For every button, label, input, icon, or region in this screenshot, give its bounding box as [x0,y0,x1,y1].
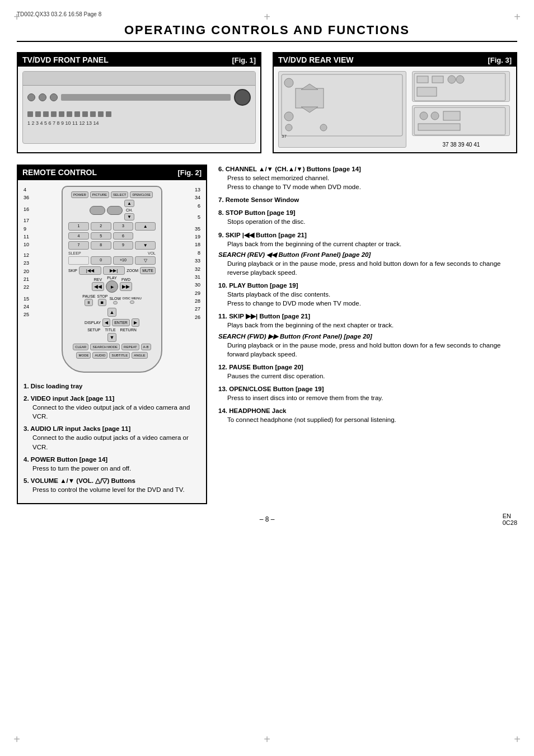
desc-11-number: 11. [218,313,229,320]
left-item-2-text: Connect to the video output jack of a vi… [32,403,200,421]
desc-9-line1: Plays back from the beginning of the cur… [227,240,517,248]
spacer [85,251,144,255]
fwd-btn[interactable]: ▶▶ [120,282,132,291]
desc-6-title: CHANNEL ▲/▼ (CH.▲/▼) Buttons [page 14] [226,166,361,172]
up-arrow-btn[interactable]: ▲ [107,308,117,317]
slow-label: SLOW [109,297,121,300]
power-btn[interactable]: POWER [71,191,88,198]
disc-menu-btn[interactable] [130,300,134,304]
desc-10: 10. PLAY Button [page 19] Starts playbac… [218,281,517,308]
svg-rect-2 [296,88,324,108]
remote-panel-header: REMOTE CONTROL [Fig. 2] [17,165,207,179]
pause-btn[interactable]: ⏸ [85,299,93,306]
open-close-btn[interactable]: OPEN/CLOSE [130,191,153,198]
desc-13-line1: Press to insert discs into or remove the… [227,393,517,402]
select-btn[interactable]: SELECT [111,191,128,198]
num-5[interactable]: 5 [91,232,111,240]
rev-btn[interactable]: ◀◀ [92,282,104,291]
mute-btn[interactable]: MUTE [140,267,156,274]
setup-label: SETUP [87,328,100,332]
right-descriptions: 6. CHANNEL ▲/▼ (CH.▲/▼) Buttons [page 14… [218,165,517,504]
desc-7: 7. Remote Sensor Window [218,195,517,204]
desc-10-number: 10. [218,282,229,289]
sleep-label: SLEEP [68,251,81,255]
vol-up-btn[interactable]: ▲ [135,222,156,231]
front-panel-device: 1 2 3 4 5 6 7 8 9 10 11 12 13 14 [22,71,256,144]
front-panel-fig: [Fig. 1] [232,56,256,64]
front-panel-numbers: 1 2 3 4 5 6 7 8 9 10 11 12 13 14 [27,120,99,126]
desc-13-number: 13. [218,386,229,392]
desc-6-number: 6. [218,166,226,172]
picture-btn[interactable]: PICTURE [90,191,109,198]
slow-btn[interactable] [113,301,118,304]
remote-body: POWER PICTURE SELECT OPEN/CLOSE ▲ CH. [62,186,162,373]
vol-down-btn2[interactable]: ▽ [135,256,156,265]
fp-btn-6 [67,111,72,117]
ch-down-btn[interactable]: ▼ [124,213,134,220]
fp-top-bar [23,72,255,86]
num-1[interactable]: 1 [68,222,89,231]
num-3[interactable]: 3 [113,222,134,231]
skip-back-btn[interactable]: |◀◀ [79,266,101,275]
angle-btn[interactable]: ANGLE [132,352,147,359]
front-panel-box: TV/DVD FRONT PANEL [Fig. 1] [17,52,261,153]
num-0[interactable]: 0 [91,256,111,265]
sleep-label-row: SLEEP VOL [68,251,156,255]
audio-btn[interactable]: AUDIO [92,352,107,359]
fp-btn-5 [59,111,64,117]
fp-buttons-row [23,109,255,119]
remote-area: 4 36 16 17 9 11 10 12 23 20 21 [24,186,200,373]
fp-btn-1 [27,111,33,117]
oval-btn-2[interactable] [107,206,123,215]
ch-up-btn[interactable]: ▲ [124,200,134,207]
rear-right: 37 38 39 40 41 [412,71,510,148]
num-8[interactable]: 8 [91,241,111,250]
desc-8: 8. STOP Button [page 19] Stops operation… [218,208,517,226]
rear-view-content: 37 [274,67,516,152]
ab-btn[interactable]: A-B [141,344,151,350]
sleep-btn[interactable] [68,256,89,265]
desc-11: 11. SKIP ▶▶| Button [page 21] Plays back… [218,312,517,358]
num-2[interactable]: 2 [91,222,111,231]
rnum-35: 35 [195,225,200,233]
rear-svg: 37 [279,72,406,139]
playback-row: REV ◀◀ PLAY ▶ FWD ▶▶ [68,276,156,293]
oval-btn-1[interactable] [90,206,105,215]
plus10-btn[interactable]: +10 [113,256,134,265]
rnum-18: 18 [195,241,200,248]
num-7[interactable]: 7 [68,241,89,250]
desc-9: 9. SKIP |◀◀ Button [page 21] Plays back … [218,231,517,277]
num-4[interactable]: 4 [68,232,89,240]
rnum-19: 19 [195,233,200,241]
left-desc-1: 1. Disc loading tray [24,382,200,391]
down-arrow-btn[interactable]: ▼ [107,333,117,342]
fwd-label: FWD [121,278,130,281]
fp-btn-3 [43,111,49,117]
svg-point-17 [431,112,439,120]
left-arrow-btn[interactable]: ◀ [102,318,110,327]
left-item-2-number: 2. [24,395,31,402]
repeat-btn[interactable]: REPEAT [121,344,139,350]
num-6[interactable]: 6 [113,232,134,240]
page-footer: – 8 – EN 0C28 [17,515,517,523]
desc-11-line1: Plays back from the beginning of the nex… [227,321,517,330]
stop-label: STOP [97,294,107,298]
enter-btn[interactable]: ENTER [112,319,130,326]
lnum-20: 20 [24,267,29,275]
mode-btn[interactable]: MODE [76,352,91,359]
fp-circle-3 [50,93,58,101]
lnum-12: 12 [24,251,29,259]
lnum-36: 36 [24,194,29,201]
stop-btn[interactable]: ⏹ [98,299,106,306]
vol-down-btn[interactable]: ▼ [135,241,156,250]
subtitle-btn[interactable]: SUBTITLE [109,352,130,359]
search-mode-btn[interactable]: SEARCH MODE [90,344,120,350]
play-btn[interactable]: ▶ [106,280,118,293]
clear-btn[interactable]: CLEAR [73,344,88,350]
right-arrow-btn[interactable]: ▶ [132,318,139,327]
num-9[interactable]: 9 [113,241,134,250]
remote-left-numbers: 4 36 16 17 9 11 10 12 23 20 21 [24,186,29,319]
stop-row: PAUSE ⏸ STOP ⏹ SLOW [68,294,156,306]
skip-fwd-btn[interactable]: ▶▶| [103,266,125,275]
title-label: TITLE [105,328,116,332]
